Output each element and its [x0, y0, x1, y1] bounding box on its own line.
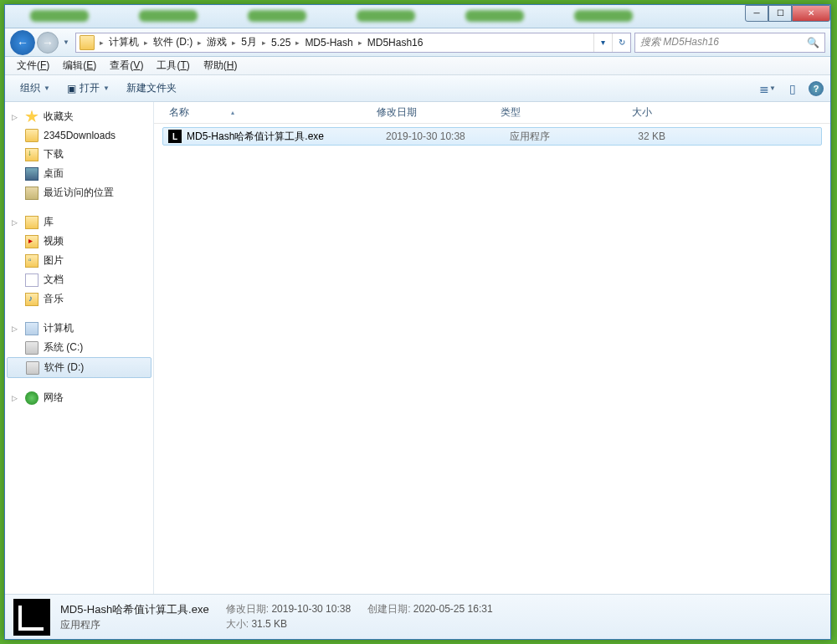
exe-icon: L [168, 130, 182, 143]
file-size: 32 KB [600, 130, 665, 142]
folder-icon [80, 35, 95, 50]
computer-header[interactable]: ▷计算机 [5, 319, 153, 338]
menu-file[interactable]: 文件(F) [10, 57, 56, 74]
maximize-button[interactable]: ☐ [768, 5, 792, 22]
menu-tools[interactable]: 工具(T) [150, 57, 196, 74]
breadcrumb[interactable]: 5.25 [268, 33, 294, 52]
breadcrumb[interactable]: 游戏 [203, 33, 230, 52]
col-size[interactable]: 大小 [584, 105, 660, 120]
recent-icon [25, 187, 39, 200]
titlebar: ─ ☐ ✕ [5, 5, 830, 28]
star-icon [25, 110, 39, 124]
favorites-header[interactable]: ▷收藏夹 [5, 107, 153, 126]
computer-icon [25, 322, 39, 335]
explorer-window: ─ ☐ ✕ ← → ▼ ▸ 计算机▸ 软件 (D:)▸ 游戏▸ 5月▸ 5.25… [4, 4, 831, 640]
sidebar-item[interactable]: 系统 (C:) [5, 338, 153, 357]
sidebar: ▷收藏夹 2345Downloads 下载 桌面 最近访问的位置 ▷库 视频 图… [5, 102, 154, 594]
newfolder-button[interactable]: 新建文件夹 [118, 78, 185, 99]
refresh-button[interactable]: ↻ [612, 33, 630, 52]
commandbar: 组织 ▼ ▣ 打开 ▼ 新建文件夹 ≣ ▼ ▯ ? [5, 75, 830, 102]
column-headers: 名称 ▴ 修改日期 类型 大小 [154, 102, 830, 124]
preview-pane-button[interactable]: ▯ [783, 79, 802, 98]
sidebar-item[interactable]: 音乐 [5, 289, 153, 309]
breadcrumb[interactable]: MD5Hash16 [364, 33, 427, 52]
content-area: 名称 ▴ 修改日期 类型 大小 L MD5-Hash哈希值计算工具.exe 20… [154, 102, 830, 594]
desktop-icon [25, 167, 39, 181]
close-button[interactable]: ✕ [792, 5, 830, 22]
file-type: 应用程序 [510, 130, 600, 144]
network-icon [25, 391, 39, 405]
addressbar[interactable]: ▸ 计算机▸ 软件 (D:)▸ 游戏▸ 5月▸ 5.25▸ MD5-Hash▸ … [75, 33, 631, 53]
menu-view[interactable]: 查看(V) [103, 57, 150, 74]
sidebar-item[interactable]: 2345Downloads [5, 126, 153, 145]
address-dropdown[interactable]: ▾ [593, 33, 612, 52]
documents-icon [25, 273, 39, 287]
library-icon [25, 216, 39, 229]
details-icon [13, 599, 50, 636]
sidebar-item[interactable]: 视频 [5, 232, 153, 251]
network-header[interactable]: ▷网络 [5, 388, 153, 407]
search-placeholder: 搜索 MD5Hash16 [640, 35, 719, 49]
col-date[interactable]: 修改日期 [370, 105, 494, 120]
menubar: 文件(F) 编辑(E) 查看(V) 工具(T) 帮助(H) [5, 57, 830, 75]
sidebar-item[interactable]: 软件 (D:) [7, 357, 151, 378]
col-type[interactable]: 类型 [494, 105, 584, 120]
sort-arrow-icon: ▴ [231, 109, 234, 116]
sidebar-item[interactable]: 桌面 [5, 164, 153, 183]
file-list[interactable]: L MD5-Hash哈希值计算工具.exe 2019-10-30 10:38 应… [154, 124, 830, 594]
navbar: ← → ▼ ▸ 计算机▸ 软件 (D:)▸ 游戏▸ 5月▸ 5.25▸ MD5-… [5, 28, 830, 57]
details-pane: MD5-Hash哈希值计算工具.exe 应用程序 修改日期: 2019-10-3… [5, 594, 830, 639]
menu-help[interactable]: 帮助(H) [197, 57, 244, 74]
breadcrumb[interactable]: 5月 [238, 33, 260, 52]
back-button[interactable]: ← [10, 30, 35, 55]
col-name[interactable]: 名称 ▴ [162, 105, 370, 120]
view-mode-button[interactable]: ≣ ▼ [758, 79, 777, 98]
forward-button[interactable]: → [37, 32, 59, 54]
drive-icon [26, 361, 39, 375]
menu-edit[interactable]: 编辑(E) [56, 57, 103, 74]
libraries-header[interactable]: ▷库 [5, 212, 153, 232]
search-input[interactable]: 搜索 MD5Hash16 🔍 [634, 33, 825, 53]
details-filetype: 应用程序 [60, 617, 209, 632]
breadcrumb[interactable]: MD5-Hash [301, 33, 356, 52]
open-button[interactable]: ▣ 打开 ▼ [59, 78, 118, 99]
details-filename: MD5-Hash哈希值计算工具.exe [60, 601, 209, 618]
breadcrumb[interactable]: 计算机 [105, 33, 142, 52]
history-dropdown[interactable]: ▼ [60, 33, 72, 52]
sidebar-item[interactable]: 最近访问的位置 [5, 183, 153, 202]
drive-icon [25, 341, 39, 355]
search-icon: 🔍 [807, 37, 819, 49]
sidebar-item[interactable]: 图片 [5, 251, 153, 270]
file-row[interactable]: L MD5-Hash哈希值计算工具.exe 2019-10-30 10:38 应… [162, 127, 822, 146]
pictures-icon [25, 254, 39, 268]
sidebar-item[interactable]: 下载 [5, 145, 153, 164]
folder-icon [25, 129, 39, 142]
file-date: 2019-10-30 10:38 [386, 130, 510, 142]
file-name: MD5-Hash哈希值计算工具.exe [187, 130, 386, 144]
help-icon[interactable]: ? [809, 81, 824, 96]
downloads-icon [25, 148, 39, 161]
minimize-button[interactable]: ─ [745, 5, 768, 22]
sidebar-item[interactable]: 文档 [5, 270, 153, 289]
video-icon [25, 235, 39, 248]
music-icon [25, 293, 39, 306]
organize-button[interactable]: 组织 ▼ [12, 78, 59, 99]
breadcrumb[interactable]: 软件 (D:) [150, 33, 196, 52]
